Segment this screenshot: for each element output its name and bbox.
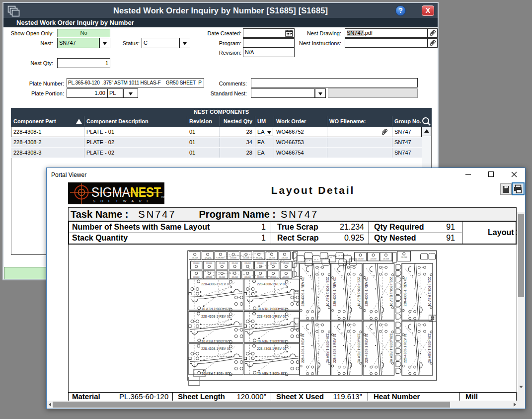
svg-text:228-4308: 228-4308 [257,276,264,278]
svg-text:228-4308-1 REV 01: 228-4308-1 REV 01 [333,277,336,306]
svg-text:228-4308-1 REV 01: 228-4308-1 REV 01 [201,307,230,311]
svg-text:228-4308: 228-4308 [230,257,236,259]
svg-text:228-4308-1 REV 01: 228-4308-1 REV 01 [365,277,368,306]
svg-text:228-4308: 228-4308 [193,262,200,264]
svg-text:228-4308-1 REV 01: 228-4308-1 REV 01 [428,277,431,306]
svg-text:228-4308: 228-4308 [283,262,290,264]
svg-text:TM: TM [161,195,164,198]
svg-text:228-4308: 228-4308 [244,276,251,278]
svg-text:228-4308: 228-4308 [370,258,377,260]
svg-text:228-4308: 228-4308 [219,276,226,278]
svg-text:228-4308-1 REV 01: 228-4308-1 REV 01 [301,277,304,306]
svg-text:228-4308: 228-4308 [257,262,264,264]
svg-text:228-4308: 228-4308 [206,276,213,278]
svg-text:228-4308-1 REV 01: 228-4308-1 REV 01 [257,339,286,343]
svg-text:SIGMA: SIGMA [91,185,130,200]
svg-text:228-4308: 228-4308 [401,256,407,258]
svg-text:228-4308-1 REV 01: 228-4308-1 REV 01 [333,334,336,363]
svg-text:228-4308: 228-4308 [206,262,213,264]
svg-text:228-4308-1 REV 01: 228-4308-1 REV 01 [403,334,407,363]
svg-text:228-4308-1 REV 01: 228-4308-1 REV 01 [201,282,230,286]
svg-text:228-4308: 228-4308 [219,262,226,264]
svg-text:228-4308-1 REV 01: 228-4308-1 REV 01 [257,347,286,350]
svg-text:228-4308-1 REV 01: 228-4308-1 REV 01 [257,315,286,318]
svg-text:228-4308-1 REV 01: 228-4308-1 REV 01 [201,339,230,343]
svg-text:228-4308: 228-4308 [383,258,389,260]
svg-text:228-4308: 228-4308 [243,257,249,259]
svg-text:228-4308-1 REV 01: 228-4308-1 REV 01 [257,372,286,375]
svg-text:228-4308-1 REV 01: 228-4308-1 REV 01 [403,277,407,306]
svg-text:228-4308-1 REV 01: 228-4308-1 REV 01 [201,315,230,318]
svg-text:228-4308: 228-4308 [192,257,198,259]
svg-text:228-4308-1 REV 01: 228-4308-1 REV 01 [389,277,393,306]
svg-text:228-4308-1 REV 01: 228-4308-1 REV 01 [257,307,286,311]
svg-text:228-4308: 228-4308 [218,257,224,259]
svg-text:228-4308: 228-4308 [357,258,364,260]
svg-text:228-4308-1 REV 01: 228-4308-1 REV 01 [201,347,230,350]
svg-text:228-4308-1 REV 01: 228-4308-1 REV 01 [301,334,304,363]
svg-text:228-4308: 228-4308 [193,276,200,278]
svg-text:SOFTWARE: SOFTWARE [93,199,154,203]
svg-text:228-4308: 228-4308 [282,257,288,259]
svg-text:228-4308-1 REV 01: 228-4308-1 REV 01 [365,334,368,363]
svg-text:228-4308: 228-4308 [231,276,238,278]
svg-text:228-4308-1 REV 01: 228-4308-1 REV 01 [257,282,286,286]
svg-text:228-4308: 228-4308 [269,257,275,259]
svg-text:NEST: NEST [130,185,161,200]
svg-text:228-4308: 228-4308 [270,276,277,278]
svg-text:228-4308: 228-4308 [244,262,251,264]
svg-text:228-4308-1 REV 01: 228-4308-1 REV 01 [201,372,230,375]
svg-text:228-4308-1 REV 01: 228-4308-1 REV 01 [326,277,329,306]
svg-text:228-4308-1 REV 01: 228-4308-1 REV 01 [357,277,361,306]
svg-text:228-4308: 228-4308 [231,262,238,264]
